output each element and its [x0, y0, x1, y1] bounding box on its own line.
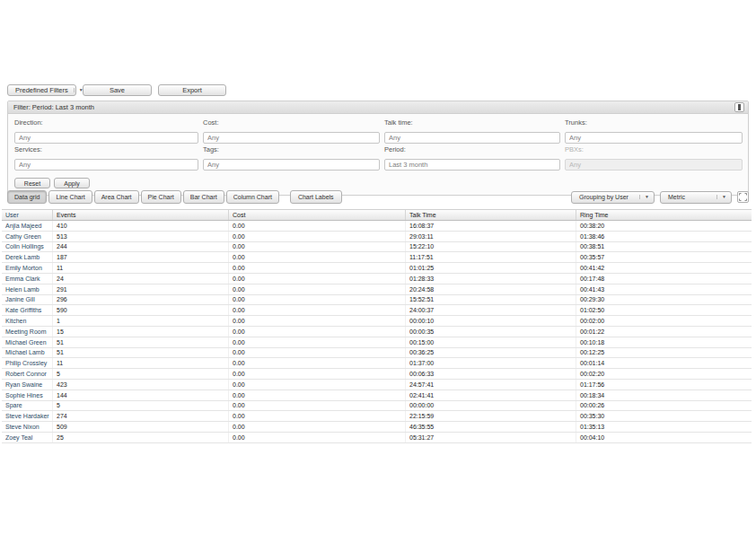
cell-ring-time: 00:41:42	[576, 263, 752, 273]
filter-field-input[interactable]	[384, 132, 560, 144]
table-row[interactable]: Meeting Room 15 0.00 00:00:35 00:01:22	[2, 327, 752, 337]
view-tab[interactable]: Bar Chart	[183, 190, 224, 204]
cell-user: Michael Green	[2, 337, 53, 347]
view-tab[interactable]: Line Chart	[48, 190, 92, 204]
cell-talk-time: 29:03:11	[406, 232, 576, 241]
filter-grid: Direction: Cost: Talk time: Trun	[14, 118, 742, 171]
column-header-events[interactable]: Events	[53, 210, 229, 220]
table-row[interactable]: Janine Gill 296 0.00 15:52:51 00:29:30	[2, 295, 752, 306]
data-grid: User Events Cost Talk Time Ring Time Anj…	[2, 209, 752, 443]
table-row[interactable]: Emma Clark 24 0.00 01:28:33 00:17:48	[2, 274, 752, 285]
cell-talk-time: 00:00:00	[406, 401, 576, 411]
cell-events: 51	[53, 348, 229, 358]
cell-talk-time: 24:00:37	[406, 305, 576, 315]
cell-talk-time: 20:24:58	[406, 285, 576, 294]
table-row[interactable]: Zoey Teal 25 0.00 05:31:27 00:04:10	[2, 433, 752, 443]
table-row[interactable]: Helen Lamb 291 0.00 20:24:58 00:41:43	[2, 285, 752, 295]
table-row[interactable]: Michael Green 51 0.00 00:15:00 00:10:18	[2, 337, 752, 348]
cell-talk-time: 24:57:41	[406, 380, 576, 390]
filter-field-input[interactable]	[14, 132, 198, 144]
column-header-ring-time[interactable]: Ring Time	[576, 210, 752, 220]
table-row[interactable]: Kitchen 1 0.00 00:00:10 00:02:00	[2, 316, 752, 327]
cell-ring-time: 00:41:43	[576, 285, 752, 294]
table-row[interactable]: Emily Morton 11 0.00 01:01:25 00:41:42	[2, 263, 752, 274]
filter-field-label: Direction:	[14, 118, 198, 127]
filter-panel: Filter: Period: Last 3 month Direction: …	[7, 101, 749, 196]
grouping-dropdown[interactable]: Grouping by User ▼	[571, 191, 655, 204]
cell-cost: 0.00	[229, 433, 406, 442]
table-row[interactable]: Sophie Hines 144 0.00 02:41:41 00:18:34	[2, 390, 752, 401]
cell-talk-time: 00:06:33	[406, 369, 576, 379]
cell-events: 244	[53, 242, 229, 252]
table-row[interactable]: Robert Connor 5 0.00 00:06:33 00:02:20	[2, 369, 752, 380]
table-row[interactable]: Steve Hardaker 274 0.00 22:15:59 00:35:3…	[2, 411, 752, 422]
chevron-down-icon: ▼	[639, 195, 649, 199]
reset-button[interactable]: Reset	[14, 178, 50, 188]
table-row[interactable]: Ryan Swaine 423 0.00 24:57:41 01:17:56	[2, 380, 752, 390]
fullscreen-icon[interactable]	[737, 191, 749, 203]
data-grid-header: User Events Cost Talk Time Ring Time	[2, 209, 752, 221]
view-tab[interactable]: Data grid	[7, 190, 47, 204]
export-button[interactable]: Export	[158, 84, 226, 96]
save-button[interactable]: Save	[83, 84, 152, 96]
cell-talk-time: 00:00:35	[406, 327, 576, 337]
cell-cost: 0.00	[229, 274, 406, 284]
filter-field-input[interactable]	[565, 159, 743, 171]
cell-cost: 0.00	[229, 327, 406, 337]
table-row[interactable]: Derek Lamb 187 0.00 11:17:51 00:35:57	[2, 252, 752, 263]
filter-field-input[interactable]	[384, 159, 560, 171]
filter-field-input[interactable]	[14, 159, 198, 171]
cell-user: Zoey Teal	[2, 433, 53, 442]
cell-cost: 0.00	[229, 369, 406, 379]
cell-user: Kitchen	[2, 316, 53, 326]
filter-field-input[interactable]	[203, 159, 380, 171]
collapse-panel-icon[interactable]	[734, 102, 744, 112]
apply-button[interactable]: Apply	[54, 178, 90, 188]
table-row[interactable]: Cathy Green 513 0.00 29:03:11 01:38:46	[2, 232, 752, 242]
cell-events: 5	[53, 369, 229, 379]
table-row[interactable]: Anjla Majeed 410 0.00 16:08:37 00:38:20	[2, 221, 752, 232]
cell-user: Kate Griffiths	[2, 305, 53, 315]
table-row[interactable]: Steve Nixon 509 0.00 46:35:55 01:35:13	[2, 422, 752, 433]
cell-events: 590	[53, 305, 229, 315]
column-header-cost[interactable]: Cost	[229, 210, 406, 220]
cell-cost: 0.00	[229, 422, 406, 432]
cell-talk-time: 01:37:00	[406, 358, 576, 368]
cell-events: 11	[53, 263, 229, 273]
cell-user: Spare	[2, 401, 53, 411]
cell-user: Meeting Room	[2, 327, 53, 337]
view-tab[interactable]: Column Chart	[226, 190, 279, 204]
cell-cost: 0.00	[229, 242, 406, 252]
cell-talk-time: 02:41:41	[406, 390, 576, 400]
filter-field: Talk time:	[384, 118, 560, 144]
table-row[interactable]: Colin Hollings 244 0.00 15:22:10 00:38:5…	[2, 242, 752, 253]
table-row[interactable]: Kate Griffiths 590 0.00 24:00:37 01:02:5…	[2, 305, 752, 316]
filter-panel-header[interactable]: Filter: Period: Last 3 month	[8, 101, 748, 114]
cell-events: 410	[53, 221, 229, 231]
cell-user: Michael Lamb	[2, 348, 53, 358]
column-header-user[interactable]: User	[2, 210, 53, 220]
cell-cost: 0.00	[229, 285, 406, 294]
table-row[interactable]: Philip Crossley 11 0.00 01:37:00 00:01:1…	[2, 358, 752, 369]
view-tab[interactable]: Area Chart	[94, 190, 139, 204]
predefined-filters-dropdown[interactable]: Predefined Filters ▼	[7, 84, 76, 96]
filter-field-label: Cost:	[203, 118, 380, 127]
cell-talk-time: 15:52:51	[406, 295, 576, 305]
filter-field-label: PBXs:	[565, 145, 743, 154]
fullscreen-glyph	[739, 193, 747, 201]
cell-events: 11	[53, 358, 229, 368]
metric-dropdown[interactable]: Metric ▼	[660, 191, 732, 204]
cell-ring-time: 00:10:18	[576, 337, 752, 347]
cell-talk-time: 01:01:25	[406, 263, 576, 273]
cell-talk-time: 00:36:25	[406, 348, 576, 358]
chart-labels-button[interactable]: Chart Labels	[290, 190, 342, 204]
table-row[interactable]: Spare 5 0.00 00:00:00 00:00:26	[2, 401, 752, 412]
filter-field-input[interactable]	[565, 132, 743, 144]
view-tab[interactable]: Pie Chart	[141, 190, 181, 204]
cell-events: 296	[53, 295, 229, 305]
column-header-talk-time[interactable]: Talk Time	[406, 210, 576, 220]
filter-field-input[interactable]	[203, 132, 380, 144]
cell-user: Robert Connor	[2, 369, 53, 379]
cell-ring-time: 00:29:30	[576, 295, 752, 305]
table-row[interactable]: Michael Lamb 51 0.00 00:36:25 00:12:25	[2, 348, 752, 359]
